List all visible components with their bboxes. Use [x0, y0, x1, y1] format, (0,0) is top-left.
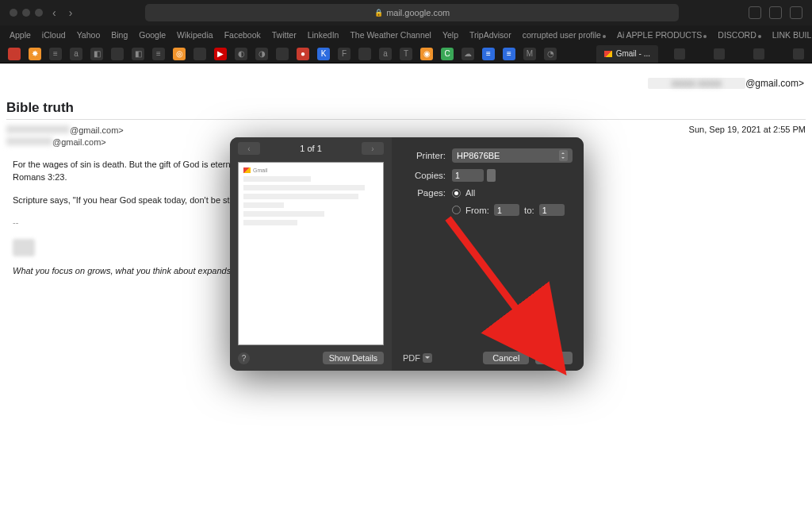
- toolbar-right: [749, 6, 802, 19]
- favorites-row: ✸ ≡ a ◧ ◧ ≡ ◎ ▶ ◐ ◑ ● K F a T ◉ C ☁ ≡ ≡ …: [0, 44, 812, 64]
- bookmarks-bar: Apple iCloud Yahoo Bing Google Wikipedia…: [0, 25, 812, 44]
- bookmark[interactable]: Apple: [10, 30, 31, 40]
- preview-next-button[interactable]: ›: [362, 142, 384, 155]
- preview-prev-button[interactable]: ‹: [238, 142, 260, 155]
- fav-icon[interactable]: ◧: [90, 48, 103, 60]
- tab-icon[interactable]: [793, 48, 804, 60]
- fav-icon[interactable]: [358, 48, 371, 60]
- back-button[interactable]: ‹: [49, 6, 59, 19]
- share-icon[interactable]: [749, 6, 761, 19]
- fav-icon[interactable]: C: [441, 48, 454, 60]
- fav-icon[interactable]: [111, 48, 124, 60]
- print-options-pane: Printer: HP8676BE Copies: 1 Pages: All F…: [392, 137, 584, 371]
- signature-avatar: [13, 239, 35, 256]
- pages-label: Pages:: [403, 188, 446, 198]
- gmail-icon: [604, 51, 612, 57]
- address-bar[interactable]: 🔒 mail.google.com: [145, 4, 679, 21]
- pages-from-label: From:: [465, 206, 489, 215]
- bookmark[interactable]: TripAdvisor: [469, 30, 511, 40]
- bookmark[interactable]: Facebook: [224, 30, 261, 40]
- fav-icon[interactable]: a: [379, 48, 392, 60]
- cancel-button[interactable]: Cancel: [483, 352, 529, 364]
- fav-icon[interactable]: [193, 48, 206, 60]
- bookmark[interactable]: Wikipedia: [177, 30, 213, 40]
- copies-stepper[interactable]: [487, 169, 496, 182]
- bookmark-folder[interactable]: DISCORD: [718, 30, 760, 40]
- pages-to-input[interactable]: 1: [539, 204, 565, 216]
- printer-select[interactable]: HP8676BE: [452, 148, 573, 163]
- fav-icon[interactable]: T: [400, 48, 412, 60]
- pages-range-radio[interactable]: [452, 206, 461, 214]
- fav-icon[interactable]: K: [317, 48, 330, 60]
- printer-label: Printer:: [403, 151, 446, 160]
- show-details-button[interactable]: Show Details: [323, 352, 384, 364]
- bookmark[interactable]: The Weather Channel: [350, 30, 431, 40]
- bookmark[interactable]: Bing: [111, 30, 128, 40]
- window-controls[interactable]: [10, 9, 43, 17]
- copies-input[interactable]: 1: [452, 169, 484, 182]
- bookmark[interactable]: iCloud: [42, 30, 66, 40]
- fav-icon[interactable]: ≡: [503, 48, 515, 60]
- tab-title: Gmail - ...: [616, 49, 650, 58]
- fav-icon[interactable]: ◉: [420, 48, 433, 60]
- fav-icon[interactable]: M: [523, 48, 536, 60]
- fav-icon[interactable]: ◐: [235, 48, 247, 60]
- fav-icon[interactable]: ◔: [544, 48, 557, 60]
- print-dialog: ‹ 1 of 1 › Gmail ? Show Details Printer:…: [230, 137, 584, 371]
- bookmark[interactable]: Google: [139, 30, 166, 40]
- fav-icon[interactable]: [276, 48, 289, 60]
- email-from: @gmail.com> @gmail.com>: [6, 125, 124, 148]
- fav-icon[interactable]: a: [70, 48, 82, 60]
- print-preview-thumbnail: Gmail: [238, 162, 384, 345]
- copies-label: Copies:: [403, 171, 446, 180]
- tab-icon[interactable]: [753, 48, 764, 60]
- email-subject: Bible truth: [6, 100, 806, 120]
- forward-button[interactable]: ›: [66, 6, 76, 19]
- bookmark[interactable]: LinkedIn: [308, 30, 339, 40]
- tab-icon[interactable]: [674, 48, 685, 60]
- lock-icon: 🔒: [374, 9, 383, 17]
- fav-icon[interactable]: [8, 48, 21, 60]
- fav-icon[interactable]: ≡: [49, 48, 62, 60]
- bookmark-folder[interactable]: LINK BUILDING: [772, 30, 812, 40]
- page-counter: 1 of 1: [300, 144, 322, 153]
- pages-from-input[interactable]: 1: [494, 204, 519, 216]
- fav-icon[interactable]: ●: [297, 48, 309, 60]
- tab-icon[interactable]: [714, 48, 725, 60]
- pdf-dropdown[interactable]: PDF: [403, 353, 432, 363]
- fav-icon[interactable]: ≡: [152, 48, 165, 60]
- new-tab-icon[interactable]: [769, 6, 782, 19]
- bookmark-folder[interactable]: corrupted user profile: [523, 30, 606, 40]
- bookmark[interactable]: Twitter: [272, 30, 297, 40]
- bookmark[interactable]: Yahoo: [77, 30, 101, 40]
- bookmark[interactable]: Yelp: [442, 30, 458, 40]
- pages-to-label: to:: [524, 206, 534, 215]
- pages-all-label: All: [465, 188, 475, 198]
- fav-icon[interactable]: F: [338, 48, 350, 60]
- url-text: mail.google.com: [386, 8, 450, 17]
- print-preview-pane: ‹ 1 of 1 › Gmail ? Show Details: [230, 137, 392, 371]
- print-button[interactable]: Print: [535, 352, 573, 364]
- fav-icon[interactable]: ≡: [482, 48, 495, 60]
- fav-icon[interactable]: ◑: [255, 48, 268, 60]
- fav-icon[interactable]: ◎: [173, 48, 186, 60]
- fav-icon[interactable]: ▶: [214, 48, 227, 60]
- bookmark-folder[interactable]: Ai APPLE PRODUCTS: [617, 30, 707, 40]
- fav-icon[interactable]: ◧: [132, 48, 144, 60]
- email-date: Sun, Sep 19, 2021 at 2:55 PM: [689, 125, 806, 148]
- recipient: xxxxx xxxxx@gmail.com>: [6, 78, 806, 89]
- tabs-icon[interactable]: [790, 6, 802, 19]
- active-tab[interactable]: Gmail - ...: [596, 45, 658, 63]
- pages-all-radio[interactable]: [452, 189, 461, 198]
- fav-icon[interactable]: ☁: [462, 48, 474, 60]
- browser-toolbar: ‹ › 🔒 mail.google.com: [0, 0, 812, 25]
- help-button[interactable]: ?: [238, 352, 250, 364]
- chevron-down-icon: [423, 353, 432, 363]
- fav-icon[interactable]: ✸: [29, 48, 41, 60]
- select-arrows-icon: [559, 150, 568, 161]
